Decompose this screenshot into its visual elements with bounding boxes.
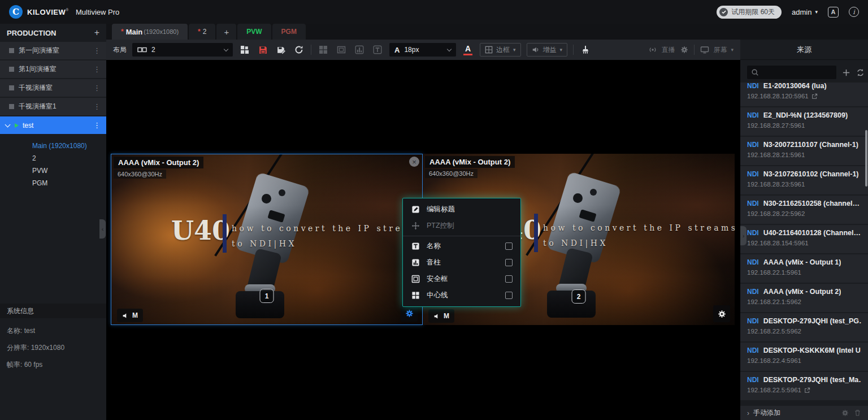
view-item-pvw[interactable]: PVW — [32, 164, 106, 177]
more-vertical-icon[interactable]: ⋮ — [93, 84, 101, 92]
font-color-letter: A — [465, 45, 471, 53]
more-vertical-icon[interactable]: ⋮ — [93, 102, 101, 111]
mute-badge[interactable]: M — [117, 309, 143, 322]
save-as-button[interactable] — [275, 44, 287, 56]
add-production-button[interactable]: + — [94, 28, 99, 38]
scrollbar-thumb[interactable] — [865, 130, 867, 187]
panel-settings-gear-icon[interactable] — [713, 305, 730, 322]
external-link-icon[interactable] — [804, 387, 810, 393]
trash-icon[interactable] — [854, 409, 861, 417]
safe-frame-button[interactable] — [335, 44, 348, 56]
checkbox[interactable] — [505, 292, 513, 299]
source-item[interactable]: NDIE2_NDI-%N (1234567809) 192.168.28.27:… — [740, 107, 868, 136]
unsaved-indicator: * — [121, 28, 124, 36]
source-item[interactable]: NDIDESKTOP-KSKKK6M (Intel U… 192.168.22.… — [740, 343, 868, 371]
room-label: test — [23, 122, 33, 129]
video-overlay-divider — [534, 214, 538, 252]
view-item-pgm[interactable]: PGM — [32, 177, 106, 189]
tab-2[interactable]: * 2 — [189, 24, 215, 40]
manual-add-label: 手动添加 — [753, 408, 780, 418]
source-item[interactable]: NDIAAAA (vMix - Output 2) 192.168.22.1:5… — [740, 284, 868, 312]
text-overlay-button[interactable] — [371, 44, 384, 56]
tab-pgm[interactable]: PGM — [272, 24, 306, 40]
view-item-2[interactable]: 2 — [32, 152, 106, 164]
unsaved-indicator: * — [198, 28, 201, 36]
sidebar-collapse-handle-left[interactable]: ‹ — [99, 219, 106, 239]
language-switch-button[interactable]: A — [828, 7, 839, 18]
menu-item-center-line-toggle[interactable]: 中心线 — [403, 287, 520, 304]
source-item[interactable]: NDIE1-200130064 (lua) 192.168.28.120:596… — [740, 83, 868, 106]
sources-search-row — [740, 60, 868, 79]
font-color-swatch — [463, 54, 472, 55]
refresh-sources-button[interactable] — [856, 68, 865, 77]
source-item[interactable]: NDIN3-20072110107 (Channel-1) 192.168.28… — [740, 137, 868, 165]
save-button[interactable] — [257, 44, 269, 56]
live-settings-button[interactable] — [680, 46, 688, 54]
gain-button[interactable]: 增益 ▾ — [527, 43, 568, 57]
video-panel-1[interactable]: U40 how to convert the IP streams to NDI… — [111, 154, 423, 325]
layout-2split-icon — [137, 46, 147, 54]
more-vertical-icon[interactable]: ⋮ — [93, 121, 101, 129]
tab-main[interactable]: * Main (1920x1080) — [112, 24, 188, 40]
sources-sidebar: 来源 NDIE1-200130064 (lua) 192.168.28.120:… — [740, 40, 868, 420]
refresh-button[interactable] — [293, 44, 305, 56]
screen-button[interactable]: 屏幕 ▾ — [700, 45, 734, 55]
system-info-framerate: 帧率: 60 fps — [7, 356, 64, 373]
menu-item-edit-title[interactable]: 编辑标题 — [403, 201, 520, 218]
production-title: PRODUCTION — [7, 29, 56, 37]
audio-meter-button[interactable] — [353, 44, 366, 56]
checkbox[interactable] — [505, 259, 513, 266]
source-item[interactable]: NDIDESKTOP-279JQHI (test_Ma… 192.168.22.… — [740, 372, 868, 400]
manual-add-row[interactable]: › 手动添加 — [740, 406, 868, 420]
sidebar-collapse-handle-right[interactable]: › — [740, 226, 747, 245]
source-item[interactable]: NDIN30-21162510258 (channel… 192.168.28.… — [740, 196, 868, 224]
grid-overlay-button[interactable] — [317, 44, 329, 56]
source-item[interactable]: NDIDESKTOP-279JQHI (test_PG… 192.168.22.… — [740, 313, 868, 341]
mute-badge[interactable]: M — [428, 309, 454, 323]
close-icon[interactable]: × — [409, 157, 419, 167]
gear-icon[interactable] — [841, 409, 849, 417]
checkbox[interactable] — [505, 275, 513, 283]
sidebar-item-room-2[interactable]: 第1间演播室 ⋮ — [0, 60, 106, 78]
room-label: 第1间演播室 — [19, 64, 57, 74]
user-menu[interactable]: admin ▾ — [792, 8, 818, 16]
checkbox[interactable] — [505, 243, 513, 250]
font-size-select[interactable]: A 18px — [389, 43, 456, 57]
menu-item-audio-meter-toggle[interactable]: 音柱 — [403, 254, 520, 271]
menu-item-name-toggle[interactable]: 名称 — [403, 238, 520, 254]
menu-item-ptz-control[interactable]: PTZ控制 — [403, 218, 520, 234]
production-sidebar: PRODUCTION + 第一间演播室 ⋮ 第1间演播室 ⋮ 千视演播室 ⋮ 千… — [0, 24, 106, 420]
panel-index-badge: 2 — [572, 289, 586, 304]
font-size-icon: A — [394, 46, 400, 54]
border-button[interactable]: 边框 ▾ — [480, 43, 521, 57]
tab-pvw[interactable]: PVW — [237, 24, 271, 40]
center-line-icon — [411, 291, 420, 300]
menu-item-safe-frame-toggle[interactable]: 安全框 — [403, 271, 520, 287]
clean-brush-button[interactable] — [579, 44, 592, 56]
info-button[interactable]: i — [849, 7, 859, 17]
add-source-button[interactable] — [842, 68, 850, 77]
ptz-move-icon — [411, 222, 420, 230]
layout-value: 2 — [151, 46, 155, 54]
source-item[interactable]: NDIU40-21164010128 (Channel… 192.168.28.… — [740, 225, 868, 253]
view-item-main[interactable]: Main (1920x1080) — [32, 140, 106, 152]
source-item[interactable]: NDIAAAA (vMix - Output 1) 192.168.22.1:5… — [740, 254, 868, 283]
panel-settings-gear-icon[interactable] — [401, 305, 418, 322]
apply-layout-button[interactable] — [238, 44, 251, 56]
sidebar-item-room-1[interactable]: 第一间演播室 ⋮ — [0, 42, 106, 59]
sidebar-item-room-test-active[interactable]: test ⋮ — [0, 116, 106, 134]
tab-add-button[interactable]: + — [216, 24, 236, 40]
source-item[interactable]: NDIN3-21072610102 (Channel-1) 192.168.28… — [740, 166, 868, 194]
more-vertical-icon[interactable]: ⋮ — [93, 46, 101, 55]
sidebar-item-room-4[interactable]: 千视演播室1 ⋮ — [0, 98, 106, 115]
video-overlay-subtitle: how to convert the IP streams to NDI|HX — [232, 221, 423, 251]
sidebar-item-room-3[interactable]: 千视演播室 ⋮ — [0, 79, 106, 97]
more-vertical-icon[interactable]: ⋮ — [93, 65, 101, 73]
external-link-icon[interactable] — [811, 93, 818, 99]
search-input[interactable] — [747, 66, 836, 79]
brand-name: KILOVIEW® — [27, 8, 69, 16]
live-button[interactable]: 直播 — [648, 45, 675, 55]
layout-select[interactable]: 2 — [132, 43, 233, 57]
font-color-button[interactable]: A — [462, 45, 474, 55]
product-name: Multiview Pro — [76, 8, 119, 16]
